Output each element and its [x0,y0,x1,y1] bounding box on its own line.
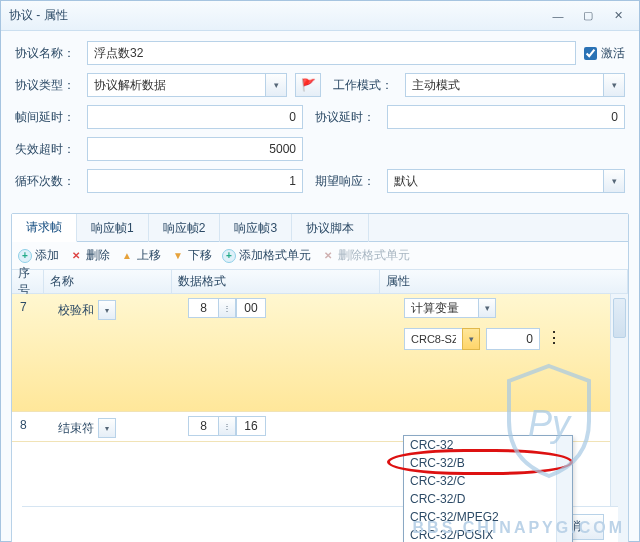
loop-count-label: 循环次数： [15,173,79,190]
add-button[interactable]: +添加 [18,247,59,264]
loop-count-input[interactable] [87,169,303,193]
row-attribute: ▾ [404,298,496,318]
row-name: 校验和 ▾ [58,300,116,320]
format-b-input[interactable] [236,298,266,318]
fail-timeout-label: 失效超时： [15,141,79,158]
attribute-input[interactable] [404,298,478,318]
dropdown-option[interactable]: CRC-32/POSIX [404,526,572,542]
dropdown-option[interactable]: CRC-32 [404,436,572,454]
dropdown-option[interactable]: CRC-32/C [404,472,572,490]
expect-resp-input[interactable] [387,169,603,193]
spin-handle-icon[interactable]: ⋮ [218,416,236,436]
chevron-down-icon[interactable]: ▾ [478,298,496,318]
chevron-down-icon[interactable]: ▾ [603,73,625,97]
format-a-input[interactable] [188,416,218,436]
activate-checkbox-input[interactable] [584,47,597,60]
protocol-type-input[interactable] [87,73,265,97]
tab-response-3[interactable]: 响应帧3 [220,214,292,242]
vertical-scrollbar[interactable] [610,294,628,542]
plus-icon: + [222,249,236,263]
titlebar: 协议 - 属性 — ▢ ✕ [1,1,639,31]
crc-selector-row: ▾ ⋮ [404,328,562,350]
add-format-unit-button[interactable]: +添加格式单元 [222,247,311,264]
row-name: 结束符 ▾ [58,418,116,438]
work-mode-combo[interactable]: ▾ [405,73,625,97]
tab-response-2[interactable]: 响应帧2 [149,214,221,242]
table-row[interactable]: 7 校验和 ▾ ⋮ ▾ [12,294,610,412]
spin-handle-icon[interactable]: ⋮ [546,328,562,350]
tabs-container: 请求帧 响应帧1 响应帧2 响应帧3 协议脚本 +添加 ✕删除 ▲上移 ▼下移 … [11,213,629,542]
tab-response-1[interactable]: 响应帧1 [77,214,149,242]
dropdown-option[interactable]: CRC-32/B [404,454,572,472]
chevron-down-icon[interactable]: ▾ [265,73,287,97]
dropdown-option[interactable]: CRC-32/MPEG2 [404,508,572,526]
crc-dropdown-list[interactable]: CRC-32 CRC-32/B CRC-32/C CRC-32/D CRC-32… [403,435,573,542]
fail-timeout-input[interactable] [87,137,303,161]
x-icon: ✕ [321,249,335,263]
minimize-button[interactable]: — [545,7,571,25]
expect-resp-combo[interactable]: ▾ [387,169,625,193]
frame-delay-input[interactable] [87,105,303,129]
activate-label: 激活 [601,45,625,62]
proto-delay-label: 协议延时： [315,109,379,126]
proto-delay-input[interactable] [387,105,625,129]
plus-icon: + [18,249,32,263]
chevron-down-icon[interactable]: ▾ [603,169,625,193]
move-down-button[interactable]: ▼下移 [171,247,212,264]
dropdown-scrollbar[interactable] [556,436,572,542]
scrollbar-thumb[interactable] [613,298,626,338]
close-button[interactable]: ✕ [605,7,631,25]
protocol-name-input[interactable] [87,41,576,65]
col-name: 名称 [44,270,172,293]
flag-button[interactable]: 🚩 [295,73,321,97]
work-mode-input[interactable] [405,73,603,97]
grid-body: 7 校验和 ▾ ⋮ ▾ [12,294,628,542]
col-attribute: 属性 [380,270,628,293]
protocol-type-label: 协议类型： [15,77,79,94]
protocol-properties-window: 协议 - 属性 — ▢ ✕ 协议名称： 激活 协议类型： ▾ 🚩 工作模式： ▾ [0,0,640,542]
dropdown-option[interactable]: CRC-32/D [404,490,572,508]
expect-resp-label: 期望响应： [315,173,379,190]
chevron-down-icon[interactable]: ▾ [98,300,116,320]
chevron-down-icon[interactable]: ▾ [462,328,480,350]
form-area: 协议名称： 激活 协议类型： ▾ 🚩 工作模式： ▾ 帧间延时： 协议延时： [1,31,639,207]
row-format: ⋮ [188,298,266,318]
attribute-combo[interactable]: ▾ [404,298,496,318]
format-a-input[interactable] [188,298,218,318]
delete-button[interactable]: ✕删除 [69,247,110,264]
arrow-down-icon: ▼ [171,249,185,263]
name-dropdown[interactable]: ▾ [98,300,116,320]
toolbar: +添加 ✕删除 ▲上移 ▼下移 +添加格式单元 ✕删除格式单元 [12,242,628,270]
crc-input[interactable] [404,328,462,350]
row-index: 7 [20,300,27,314]
tab-script[interactable]: 协议脚本 [292,214,369,242]
arrow-up-icon: ▲ [120,249,134,263]
delete-format-unit-button[interactable]: ✕删除格式单元 [321,247,410,264]
crc-number-input[interactable] [486,328,540,350]
tab-request-frame[interactable]: 请求帧 [12,214,77,242]
tabstrip: 请求帧 响应帧1 响应帧2 响应帧3 协议脚本 [12,214,628,242]
work-mode-label: 工作模式： [333,77,397,94]
protocol-type-combo[interactable]: ▾ [87,73,287,97]
row-index: 8 [20,418,27,432]
format-b-input[interactable] [236,416,266,436]
format-spin[interactable]: ⋮ [188,416,266,436]
protocol-name-label: 协议名称： [15,45,79,62]
crc-combo[interactable]: ▾ [404,328,480,350]
col-format: 数据格式 [172,270,380,293]
move-up-button[interactable]: ▲上移 [120,247,161,264]
col-index: 序号 [12,270,44,293]
row-format: ⋮ [188,416,266,436]
maximize-button[interactable]: ▢ [575,7,601,25]
name-dropdown[interactable]: ▾ [98,418,116,438]
x-icon: ✕ [69,249,83,263]
frame-delay-label: 帧间延时： [15,109,79,126]
spin-handle-icon[interactable]: ⋮ [218,298,236,318]
grid-header: 序号 名称 数据格式 属性 [12,270,628,294]
chevron-down-icon[interactable]: ▾ [98,418,116,438]
window-title: 协议 - 属性 [9,7,68,24]
format-spin[interactable]: ⋮ [188,298,266,318]
activate-checkbox[interactable]: 激活 [584,45,625,62]
